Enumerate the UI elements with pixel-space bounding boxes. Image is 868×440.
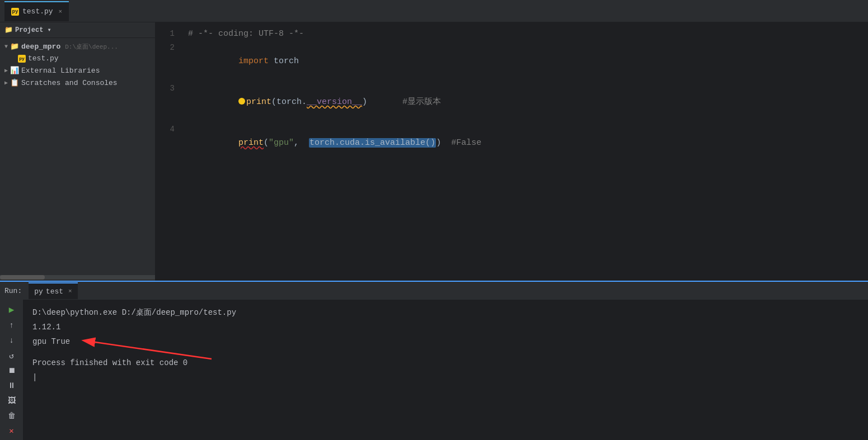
sidebar-item-root-folder[interactable]: ▼ 📁 deep_mpro D:\桌面\deep... — [0, 40, 155, 53]
pause-button[interactable]: ⏸ — [6, 381, 17, 390]
lightbulb-icon — [238, 98, 245, 105]
python-file-icon: py — [11, 8, 19, 16]
code-line-3: 3 print(torch.__version__) #显示版本 — [156, 82, 868, 122]
line-number-1: 1 — [156, 27, 184, 40]
close-run-button[interactable]: ✕ — [6, 426, 17, 436]
sidebar-external-libs-label: External Libraries — [21, 67, 100, 75]
line-number-4: 4 — [156, 122, 184, 136]
rerun-button[interactable]: ↺ — [6, 351, 17, 361]
sidebar: 📁 Project ▾ ▼ 📁 deep_mpro D:\桌面\deep... … — [0, 22, 156, 281]
stop-button[interactable]: ⏹ — [6, 366, 17, 376]
sidebar-testpy-label: test.py — [28, 54, 59, 63]
scroll-up-button[interactable]: ↑ — [6, 321, 17, 330]
root-folder-name: deep_mpro — [21, 42, 60, 51]
sidebar-item-testpy[interactable]: py test.py — [0, 53, 155, 64]
sidebar-scrollbar[interactable] — [0, 275, 155, 280]
tab-filename: test.py — [22, 7, 53, 16]
scroll-down-button[interactable]: ↓ — [6, 336, 17, 346]
folder-icon: 📁 — [10, 42, 19, 51]
main-content: 📁 Project ▾ ▼ 📁 deep_mpro D:\桌面\deep... … — [0, 22, 868, 281]
run-toolbar: ▶ ↑ ↓ ↺ ⏹ ⏸ 🖼 🗑 ✕ — [0, 300, 24, 440]
code-line-1: 1 # -*- coding: UTF-8 -*- — [156, 27, 868, 41]
code-line-4: 4 print("gpu", torch.cuda.is_available()… — [156, 122, 868, 163]
play-button[interactable]: ▶ — [6, 304, 17, 315]
run-label: Run: — [4, 287, 22, 295]
editor-area[interactable]: 1 # -*- coding: UTF-8 -*- 2 import torch… — [156, 22, 868, 281]
run-tab[interactable]: py test × — [29, 282, 77, 299]
sidebar-header: 📁 Project ▾ — [0, 22, 155, 38]
line-number-2: 2 — [156, 41, 184, 54]
root-folder-path: D:\桌面\deep... — [65, 42, 118, 51]
sidebar-item-scratches[interactable]: ▶ 📋 Scratches and Consoles — [0, 77, 155, 89]
trash-button[interactable]: 🗑 — [6, 411, 17, 420]
sidebar-item-external-libs[interactable]: ▶ 📊 External Libraries — [0, 64, 155, 77]
sidebar-header-label: Project ▾ — [15, 26, 51, 34]
line-content-3: print(torch.__version__) #显示版本 — [184, 82, 868, 122]
file-tab[interactable]: py test.py × — [4, 1, 69, 21]
python-icon: py — [18, 55, 26, 63]
settings-button[interactable]: 🖼 — [6, 396, 17, 405]
chevron-down-icon: ▼ — [4, 44, 8, 50]
chevron-right-icon-2: ▶ — [4, 79, 8, 86]
line-content-2: import torch — [184, 41, 868, 82]
bottom-panel: Run: py test × ▶ ↑ ↓ ↺ ⏹ ⏸ 🖼 🗑 ✕ D:\deep… — [0, 281, 868, 440]
library-icon: 📊 — [10, 66, 19, 75]
tab-close-button[interactable]: × — [59, 8, 63, 15]
line-number-3: 3 — [156, 82, 184, 95]
editor-content[interactable]: 1 # -*- coding: UTF-8 -*- 2 import torch… — [156, 22, 868, 281]
top-tab-bar: py test.py × — [0, 0, 868, 22]
console-line-2: 1.12.1 — [32, 321, 859, 333]
console-line-3: gpu True — [32, 335, 859, 348]
sidebar-scratches-label: Scratches and Consoles — [21, 79, 118, 87]
console-line-1: D:\deep\python.exe D:/桌面/deep_mpro/test.… — [32, 306, 859, 319]
console-output[interactable]: D:\deep\python.exe D:/桌面/deep_mpro/test.… — [24, 300, 868, 440]
console-cursor: | — [32, 371, 859, 384]
sidebar-project-icon: 📁 — [4, 26, 13, 34]
bottom-panel-tabs: Run: py test × — [0, 282, 868, 300]
code-line-2: 2 import torch — [156, 41, 868, 82]
line-content-4: print("gpu", torch.cuda.is_available()) … — [184, 123, 868, 163]
chevron-right-icon: ▶ — [4, 67, 8, 74]
line-content-1: # -*- coding: UTF-8 -*- — [184, 27, 868, 41]
console-line-5: Process finished with exit code 0 — [32, 357, 859, 369]
sidebar-tree: ▼ 📁 deep_mpro D:\桌面\deep... py test.py ▶… — [0, 38, 155, 274]
bottom-content: ▶ ↑ ↓ ↺ ⏹ ⏸ 🖼 🗑 ✕ D:\deep\python.exe D:/… — [0, 300, 868, 440]
run-tab-name: test — [46, 287, 63, 296]
run-tab-icon: py — [34, 287, 43, 296]
run-tab-close[interactable]: × — [68, 288, 72, 295]
scratches-icon: 📋 — [10, 78, 19, 87]
